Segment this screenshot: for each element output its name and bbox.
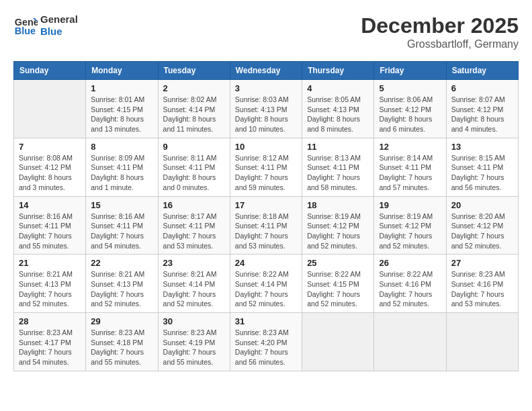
day-info: Sunrise: 8:18 AMSunset: 4:11 PMDaylight:… — [235, 212, 297, 251]
day-info: Sunrise: 8:12 AMSunset: 4:11 PMDaylight:… — [235, 153, 297, 193]
calendar-cell: 25Sunrise: 8:22 AMSunset: 4:15 PMDayligh… — [302, 255, 374, 313]
calendar-cell: 18Sunrise: 8:19 AMSunset: 4:12 PMDayligh… — [302, 196, 374, 255]
day-number: 11 — [307, 142, 369, 152]
day-info: Sunrise: 8:23 AMSunset: 4:20 PMDaylight:… — [235, 328, 297, 367]
calendar-cell: 11Sunrise: 8:13 AMSunset: 4:11 PMDayligh… — [302, 138, 374, 196]
calendar-cell: 17Sunrise: 8:18 AMSunset: 4:11 PMDayligh… — [230, 196, 302, 255]
calendar-cell: 1Sunrise: 8:01 AMSunset: 4:15 PMDaylight… — [86, 80, 158, 138]
calendar-cell: 3Sunrise: 8:03 AMSunset: 4:13 PMDaylight… — [230, 80, 302, 138]
month-title: December 2025 — [361, 13, 519, 38]
day-number: 14 — [19, 200, 81, 210]
day-info: Sunrise: 8:06 AMSunset: 4:12 PMDaylight:… — [379, 95, 441, 134]
day-info: Sunrise: 8:07 AMSunset: 4:12 PMDaylight:… — [451, 95, 513, 134]
page-header: General Blue General Blue December 2025 … — [13, 13, 519, 50]
day-info: Sunrise: 8:15 AMSunset: 4:11 PMDaylight:… — [451, 153, 513, 193]
header-row: SundayMondayTuesdayWednesdayThursdayFrid… — [14, 62, 519, 80]
day-info: Sunrise: 8:23 AMSunset: 4:16 PMDaylight:… — [451, 269, 513, 309]
day-info: Sunrise: 8:23 AMSunset: 4:19 PMDaylight:… — [163, 328, 225, 367]
day-info: Sunrise: 8:23 AMSunset: 4:17 PMDaylight:… — [19, 328, 81, 367]
calendar-cell: 21Sunrise: 8:21 AMSunset: 4:13 PMDayligh… — [14, 255, 86, 313]
day-number: 15 — [91, 200, 152, 210]
day-number: 27 — [451, 258, 513, 268]
day-info: Sunrise: 8:05 AMSunset: 4:13 PMDaylight:… — [307, 95, 369, 134]
day-number: 28 — [19, 316, 81, 326]
weekday-header: Sunday — [14, 62, 86, 80]
calendar-header: SundayMondayTuesdayWednesdayThursdayFrid… — [14, 62, 519, 80]
calendar-cell: 29Sunrise: 8:23 AMSunset: 4:18 PMDayligh… — [86, 313, 158, 371]
day-info: Sunrise: 8:21 AMSunset: 4:14 PMDaylight:… — [163, 269, 225, 309]
calendar-week-row: 28Sunrise: 8:23 AMSunset: 4:17 PMDayligh… — [14, 313, 519, 371]
calendar-cell: 19Sunrise: 8:19 AMSunset: 4:12 PMDayligh… — [374, 196, 446, 255]
day-info: Sunrise: 8:01 AMSunset: 4:15 PMDaylight:… — [91, 95, 152, 134]
weekday-header: Tuesday — [158, 62, 230, 80]
svg-text:Blue: Blue — [15, 26, 36, 36]
day-info: Sunrise: 8:23 AMSunset: 4:18 PMDaylight:… — [91, 328, 152, 367]
weekday-header: Friday — [374, 62, 446, 80]
calendar-cell: 20Sunrise: 8:20 AMSunset: 4:12 PMDayligh… — [446, 196, 518, 255]
logo-line2: Blue — [40, 26, 78, 38]
calendar-cell — [446, 313, 518, 371]
calendar-cell: 10Sunrise: 8:12 AMSunset: 4:11 PMDayligh… — [230, 138, 302, 196]
calendar-cell: 7Sunrise: 8:08 AMSunset: 4:12 PMDaylight… — [14, 138, 86, 196]
day-number: 16 — [163, 200, 225, 210]
calendar-cell: 30Sunrise: 8:23 AMSunset: 4:19 PMDayligh… — [158, 313, 230, 371]
day-number: 25 — [307, 258, 369, 268]
day-number: 21 — [19, 258, 81, 268]
calendar-table: SundayMondayTuesdayWednesdayThursdayFrid… — [13, 61, 519, 371]
calendar-cell: 4Sunrise: 8:05 AMSunset: 4:13 PMDaylight… — [302, 80, 374, 138]
calendar-cell — [14, 80, 86, 138]
day-number: 8 — [91, 142, 152, 152]
day-number: 20 — [451, 200, 513, 210]
day-number: 17 — [235, 200, 297, 210]
day-number: 29 — [91, 316, 152, 326]
day-info: Sunrise: 8:22 AMSunset: 4:14 PMDaylight:… — [235, 269, 297, 309]
calendar-cell: 15Sunrise: 8:16 AMSunset: 4:11 PMDayligh… — [86, 196, 158, 255]
calendar-cell: 13Sunrise: 8:15 AMSunset: 4:11 PMDayligh… — [446, 138, 518, 196]
day-number: 18 — [307, 200, 369, 210]
day-number: 13 — [451, 142, 513, 152]
day-info: Sunrise: 8:13 AMSunset: 4:11 PMDaylight:… — [307, 153, 369, 193]
weekday-header: Thursday — [302, 62, 374, 80]
calendar-cell: 28Sunrise: 8:23 AMSunset: 4:17 PMDayligh… — [14, 313, 86, 371]
day-info: Sunrise: 8:16 AMSunset: 4:11 PMDaylight:… — [19, 212, 81, 251]
day-number: 12 — [379, 142, 441, 152]
day-number: 4 — [307, 83, 369, 93]
day-info: Sunrise: 8:11 AMSunset: 4:11 PMDaylight:… — [163, 153, 225, 193]
day-number: 24 — [235, 258, 297, 268]
calendar-week-row: 1Sunrise: 8:01 AMSunset: 4:15 PMDaylight… — [14, 80, 519, 138]
title-area: December 2025 Grossbartloff, Germany — [361, 13, 519, 50]
calendar-cell: 6Sunrise: 8:07 AMSunset: 4:12 PMDaylight… — [446, 80, 518, 138]
day-number: 10 — [235, 142, 297, 152]
calendar-cell: 23Sunrise: 8:21 AMSunset: 4:14 PMDayligh… — [158, 255, 230, 313]
day-number: 3 — [235, 83, 297, 93]
day-info: Sunrise: 8:14 AMSunset: 4:11 PMDaylight:… — [379, 153, 441, 193]
day-info: Sunrise: 8:21 AMSunset: 4:13 PMDaylight:… — [91, 269, 152, 309]
day-info: Sunrise: 8:16 AMSunset: 4:11 PMDaylight:… — [91, 212, 152, 251]
day-info: Sunrise: 8:20 AMSunset: 4:12 PMDaylight:… — [451, 212, 513, 251]
day-number: 1 — [91, 83, 152, 93]
day-info: Sunrise: 8:19 AMSunset: 4:12 PMDaylight:… — [307, 212, 369, 251]
day-number: 31 — [235, 316, 297, 326]
day-info: Sunrise: 8:02 AMSunset: 4:14 PMDaylight:… — [163, 95, 225, 134]
day-info: Sunrise: 8:22 AMSunset: 4:15 PMDaylight:… — [307, 269, 369, 309]
calendar-week-row: 21Sunrise: 8:21 AMSunset: 4:13 PMDayligh… — [14, 255, 519, 313]
day-info: Sunrise: 8:09 AMSunset: 4:11 PMDaylight:… — [91, 153, 152, 193]
calendar-cell — [374, 313, 446, 371]
weekday-header: Monday — [86, 62, 158, 80]
calendar-cell: 8Sunrise: 8:09 AMSunset: 4:11 PMDaylight… — [86, 138, 158, 196]
calendar-cell: 22Sunrise: 8:21 AMSunset: 4:13 PMDayligh… — [86, 255, 158, 313]
weekday-header: Wednesday — [230, 62, 302, 80]
calendar-week-row: 7Sunrise: 8:08 AMSunset: 4:12 PMDaylight… — [14, 138, 519, 196]
day-info: Sunrise: 8:21 AMSunset: 4:13 PMDaylight:… — [19, 269, 81, 309]
day-number: 30 — [163, 316, 225, 326]
day-info: Sunrise: 8:17 AMSunset: 4:11 PMDaylight:… — [163, 212, 225, 251]
calendar-body: 1Sunrise: 8:01 AMSunset: 4:15 PMDaylight… — [14, 80, 519, 371]
day-info: Sunrise: 8:19 AMSunset: 4:12 PMDaylight:… — [379, 212, 441, 251]
calendar-cell: 14Sunrise: 8:16 AMSunset: 4:11 PMDayligh… — [14, 196, 86, 255]
calendar-cell: 12Sunrise: 8:14 AMSunset: 4:11 PMDayligh… — [374, 138, 446, 196]
calendar-cell: 9Sunrise: 8:11 AMSunset: 4:11 PMDaylight… — [158, 138, 230, 196]
day-info: Sunrise: 8:22 AMSunset: 4:16 PMDaylight:… — [379, 269, 441, 309]
calendar-cell: 5Sunrise: 8:06 AMSunset: 4:12 PMDaylight… — [374, 80, 446, 138]
day-info: Sunrise: 8:08 AMSunset: 4:12 PMDaylight:… — [19, 153, 81, 193]
day-info: Sunrise: 8:03 AMSunset: 4:13 PMDaylight:… — [235, 95, 297, 134]
